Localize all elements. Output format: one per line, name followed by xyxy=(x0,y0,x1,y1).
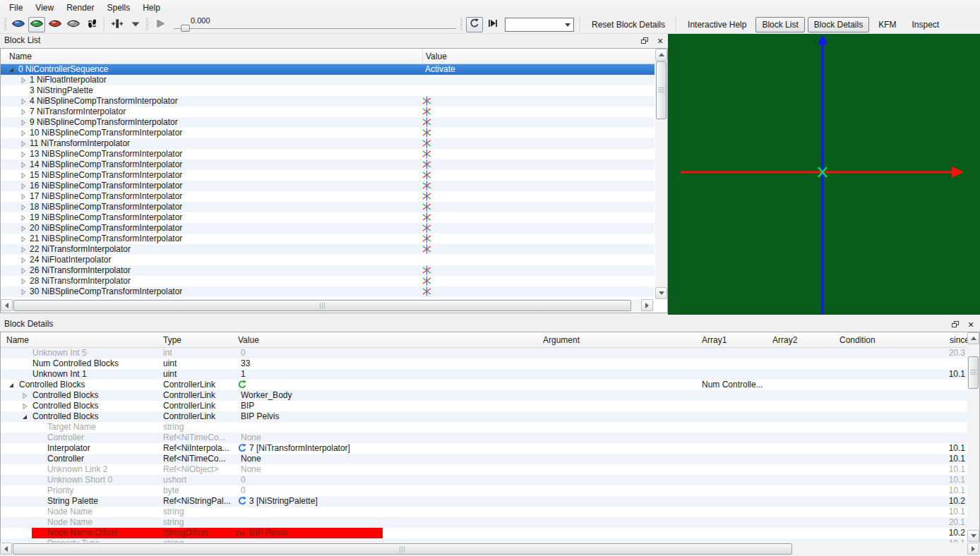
scroll-right-button[interactable] xyxy=(967,543,979,555)
expander-collapsed-icon[interactable] xyxy=(20,171,27,179)
hscrollbar-thumb[interactable] xyxy=(13,300,631,311)
menu-item-render[interactable]: Render xyxy=(60,1,100,15)
footsteps-button[interactable] xyxy=(83,17,100,32)
block-list-row[interactable]: 17 NiBSplineCompTransformInterpolator xyxy=(1,191,655,202)
block-details-row[interactable]: Node Namestring20.1 xyxy=(1,517,968,528)
expander-collapsed-icon[interactable] xyxy=(20,277,27,284)
expander-collapsed-icon[interactable] xyxy=(20,97,27,104)
block-list-row[interactable]: 24 NiFloatInterpolator xyxy=(1,255,655,265)
block-details-vscrollbar[interactable] xyxy=(967,332,979,542)
block-details-row[interactable]: String PaletteRef<NiStringPal...3 [NiStr… xyxy=(1,496,968,507)
block-list-row[interactable]: 20 NiBSplineCompTransformInterpolator xyxy=(1,223,655,234)
block-list-hscrollbar[interactable] xyxy=(1,299,654,312)
eye-blue-button[interactable] xyxy=(10,17,27,32)
column-header-since[interactable]: since xyxy=(950,332,967,347)
column-header-argument[interactable]: Argument xyxy=(543,332,699,347)
expander-collapsed-icon[interactable] xyxy=(20,224,27,231)
seek-end-button[interactable] xyxy=(484,17,501,32)
expander-collapsed-icon[interactable] xyxy=(21,402,28,409)
scroll-right-button[interactable] xyxy=(641,299,653,311)
block-details-row[interactable]: Prioritybyte010.1 xyxy=(1,485,968,496)
block-list-row[interactable]: 19 NiBSplineCompTransformInterpolator xyxy=(1,212,655,223)
time-slider[interactable]: 0.000 xyxy=(171,16,459,34)
block-details-row[interactable]: Num Controlled Blocksuint33 xyxy=(1,358,968,369)
block-list-row[interactable]: 1 NiFloatInterpolator xyxy=(1,75,655,85)
scroll-up-button[interactable] xyxy=(967,332,979,344)
column-header-condition[interactable]: Condition xyxy=(839,332,948,347)
reset-block-details-button[interactable]: Reset Block Details xyxy=(585,17,671,32)
vscrollbar-thumb[interactable] xyxy=(656,61,667,119)
kfm-button[interactable]: KFM xyxy=(872,17,902,32)
block-list-row[interactable]: 15 NiBSplineCompTransformInterpolator xyxy=(1,170,655,181)
block-details-row[interactable]: Unknown Int 5int020.3 xyxy=(1,348,968,358)
interactive-help-button[interactable]: Interactive Help xyxy=(681,17,753,32)
block-details-row[interactable]: Unknown Link 2Ref<NiObject>None10.1 xyxy=(1,464,968,475)
expander-collapsed-icon[interactable] xyxy=(20,161,27,168)
expander-collapsed-icon[interactable] xyxy=(20,108,27,115)
expander-collapsed-icon[interactable] xyxy=(20,288,27,295)
time-slider-handle[interactable] xyxy=(181,25,190,32)
block-details-hscrollbar[interactable] xyxy=(0,543,980,555)
time-slider-track[interactable] xyxy=(174,28,456,29)
expander-expanded-icon[interactable] xyxy=(8,66,15,73)
block-list-row[interactable]: 11 NiTransformInterpolator xyxy=(1,138,655,149)
column-header-name[interactable]: Name xyxy=(6,49,425,64)
play-button[interactable] xyxy=(152,17,169,32)
float-panel-button[interactable] xyxy=(640,36,650,46)
vscrollbar-thumb[interactable] xyxy=(968,356,979,389)
block-list-vscrollbar[interactable] xyxy=(655,49,667,299)
block-details-button[interactable]: Block Details xyxy=(808,17,869,32)
block-list-row[interactable]: 13 NiBSplineCompTransformInterpolator xyxy=(1,149,655,159)
block-details-row[interactable]: ControllerRef<NiTimeCo...None xyxy=(1,433,968,443)
block-list-row[interactable]: 30 NiBSplineCompTransformInterpolator xyxy=(1,286,655,297)
loop-button[interactable] xyxy=(466,17,483,32)
eye-red-button[interactable] xyxy=(47,17,64,32)
block-list-button[interactable]: Block List xyxy=(755,17,804,32)
menu-item-spells[interactable]: Spells xyxy=(101,1,137,15)
block-details-row[interactable]: Controlled BlocksControllerLinkBIP Pelvi… xyxy=(1,411,968,422)
block-details-row[interactable]: Controlled BlocksControllerLinkWorker_Bo… xyxy=(1,390,968,401)
block-list-row[interactable]: 4 NiBSplineCompTransformInterpolator xyxy=(1,96,655,107)
scroll-down-button[interactable] xyxy=(967,530,979,542)
float-panel-button[interactable] xyxy=(950,320,960,330)
scroll-left-button[interactable] xyxy=(0,543,12,555)
column-header-name[interactable]: Name xyxy=(6,332,160,347)
expander-expanded-icon[interactable] xyxy=(21,413,28,420)
expander-collapsed-icon[interactable] xyxy=(20,182,27,189)
expander-collapsed-icon[interactable] xyxy=(20,235,27,242)
inspect-button[interactable]: Inspect xyxy=(905,17,945,32)
block-list-row[interactable]: 0 NiControllerSequenceActivate xyxy=(1,64,655,75)
expander-collapsed-icon[interactable] xyxy=(20,267,27,274)
expander-collapsed-icon[interactable] xyxy=(20,193,27,200)
block-list-row[interactable]: 21 NiBSplineCompTransformInterpolator xyxy=(1,234,655,244)
toolbar-grip[interactable] xyxy=(4,18,6,31)
block-details-row[interactable]: ControllerRef<NiTimeCo...None10.1 xyxy=(1,454,968,464)
menu-item-help[interactable]: Help xyxy=(136,1,167,15)
block-details-row[interactable]: Target Namestring xyxy=(1,422,968,433)
column-header-value[interactable]: Value xyxy=(422,49,652,64)
expander-collapsed-icon[interactable] xyxy=(20,256,27,263)
eye-gray-button[interactable] xyxy=(65,17,82,32)
animation-select[interactable] xyxy=(505,18,574,32)
block-details-row[interactable]: Controlled BlocksControllerLinkBIP xyxy=(1,401,968,411)
expander-collapsed-icon[interactable] xyxy=(20,203,27,210)
column-header-value[interactable]: Value xyxy=(238,332,540,347)
column-header-type[interactable]: Type xyxy=(163,332,235,347)
expander-collapsed-icon[interactable] xyxy=(20,214,27,221)
block-list-row[interactable]: 22 NiTransformInterpolator xyxy=(1,244,655,255)
hscrollbar-thumb[interactable] xyxy=(13,543,792,555)
menu-item-file[interactable]: File xyxy=(3,1,29,15)
eye-green-button[interactable] xyxy=(28,17,45,32)
toolbar-grip[interactable] xyxy=(146,18,148,31)
expander-collapsed-icon[interactable] xyxy=(21,392,28,399)
expander-collapsed-icon[interactable] xyxy=(20,119,27,126)
block-details-row[interactable]: Controlled BlocksControllerLinkNum Contr… xyxy=(1,380,968,390)
block-list-row[interactable]: 28 NiTransformInterpolator xyxy=(1,276,655,286)
menu-item-view[interactable]: View xyxy=(29,1,60,15)
block-list-row[interactable]: 7 NiTransformInterpolator xyxy=(1,107,655,117)
scroll-down-button[interactable] xyxy=(655,287,667,299)
block-list-row[interactable]: 9 NiBSplineCompTransformInterpolator xyxy=(1,117,655,128)
block-list-row[interactable]: 26 NiTransformInterpolator xyxy=(1,265,655,276)
scroll-left-button[interactable] xyxy=(1,299,13,311)
column-header-array1[interactable]: Array1 xyxy=(702,332,770,347)
